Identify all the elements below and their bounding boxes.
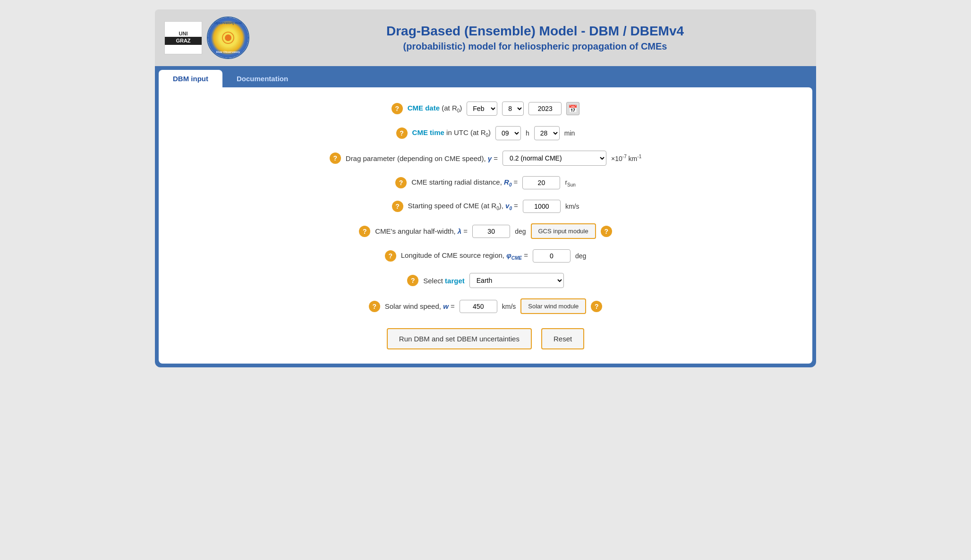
solar-wind-label: Solar wind speed, w = [385,302,455,310]
v0-help-icon[interactable]: ? [392,201,403,212]
solar-wind-module-help-icon[interactable]: ? [591,301,602,312]
r0-input[interactable] [522,176,560,189]
drag-select[interactable]: 0.2 (normal CME) 0.1 (fast CME) 0.5 (slo… [503,151,606,166]
hvar-logo: Opservatorij Hvar Hvar Observatory [207,17,249,59]
drag-help-icon[interactable]: ? [330,153,341,164]
r0-row: ? CME starting radial distance, R0 = rSu… [178,176,793,189]
reset-btn[interactable]: Reset [541,328,584,349]
cme-min-select[interactable]: 28 [534,126,560,140]
cme-date-label: CME date (at R0) [408,104,462,113]
hour-unit: h [526,129,529,137]
cme-day-select[interactable]: 8 [502,102,524,116]
logo-area: UNI GRAZ Opservatorij Hvar Hvar Observat… [164,17,249,59]
lambda-row: ? CME's angular half-width, λ = deg GCS … [178,223,793,239]
form-panel: ? CME date (at R0) Feb Jan Mar Apr May J… [159,87,812,364]
solar-wind-module-btn[interactable]: Solar wind module [520,298,586,314]
calendar-icon[interactable]: 📅 [566,102,579,115]
target-row: ? Select target Earth Mars Venus Mercury… [178,273,793,288]
hvar-sun-icon [219,28,238,47]
header: UNI GRAZ Opservatorij Hvar Hvar Observat… [155,9,816,66]
drag-unit: ×10-7 km-1 [611,154,641,162]
uni-text: UNI [179,31,188,37]
hvar-circle: Opservatorij Hvar Hvar Observatory [208,17,248,58]
cme-time-row: ? CME time in UTC (at R0) 09 h 28 min [178,126,793,140]
cme-date-row: ? CME date (at R0) Feb Jan Mar Apr May J… [178,102,793,116]
solar-wind-unit: km/s [502,303,516,310]
action-buttons: Run DBM and set DBEM uncertainties Reset [178,328,793,349]
cme-time-help-icon[interactable]: ? [396,127,408,139]
v0-input[interactable] [523,200,561,213]
target-label: Select target [423,277,465,285]
solar-wind-help-icon[interactable]: ? [369,301,380,312]
drag-param-row: ? Drag parameter (depending on CME speed… [178,151,793,166]
lambda-help-icon[interactable]: ? [359,226,370,237]
title-area: Drag-Based (Ensemble) Model - DBM / DBEM… [264,24,807,52]
phi-input[interactable] [533,249,571,263]
cme-date-help-icon[interactable]: ? [392,103,403,114]
tab-documentation[interactable]: Documentation [222,70,302,87]
r0-help-icon[interactable]: ? [395,177,407,188]
gcs-help-icon[interactable]: ? [601,226,612,237]
graz-text: GRAZ [165,37,202,45]
phi-help-icon[interactable]: ? [385,250,396,262]
gcs-input-module-btn[interactable]: GCS input module [531,223,596,239]
target-help-icon[interactable]: ? [407,275,418,286]
cme-hour-select[interactable]: 09 [495,126,521,140]
lambda-unit: deg [515,228,526,235]
cme-time-label: CME time in UTC (at R0) [412,128,491,138]
solar-wind-row: ? Solar wind speed, w = km/s Solar wind … [178,298,793,314]
v0-row: ? Starting speed of CME (at R0), v0 = km… [178,200,793,213]
run-dbm-btn[interactable]: Run DBM and set DBEM uncertainties [387,328,532,349]
solar-wind-input[interactable] [460,300,497,313]
cme-year-input[interactable] [528,102,562,115]
target-select[interactable]: Earth Mars Venus Mercury STEREO-A STEREO… [469,273,564,288]
r0-unit: rSun [565,178,575,187]
phi-unit: deg [575,252,586,260]
drag-label: Drag parameter (depending on CME speed),… [346,154,498,162]
hvar-text-bottom: Hvar Observatory [216,51,240,53]
min-unit: min [564,129,575,137]
phi-row: ? Longitude of CME source region, φCME =… [178,249,793,263]
uni-graz-logo: UNI GRAZ [164,21,202,54]
lambda-input[interactable] [472,225,510,238]
phi-label: Longitude of CME source region, φCME = [401,251,528,261]
svg-point-1 [225,34,231,41]
hvar-text-top: Opservatorij Hvar [214,21,242,25]
cme-month-select[interactable]: Feb Jan Mar Apr May Jun Jul Aug Sep Oct … [467,102,497,116]
main-container: DBM input Documentation ? CME date (at R… [155,66,816,367]
lambda-label: CME's angular half-width, λ = [375,227,468,235]
main-title: Drag-Based (Ensemble) Model - DBM / DBEM… [264,24,807,39]
sub-title: (probabilistic) model for heliospheric p… [264,41,807,52]
r0-label: CME starting radial distance, R0 = [411,178,518,187]
tabs: DBM input Documentation [159,70,812,87]
v0-unit: km/s [565,203,579,210]
v0-label: Starting speed of CME (at R0), v0 = [408,202,518,211]
tab-dbm-input[interactable]: DBM input [159,70,222,87]
